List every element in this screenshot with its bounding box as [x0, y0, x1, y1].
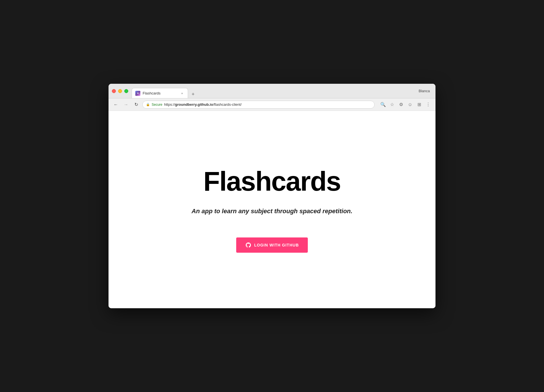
browser-window: ✦ Flashcards × + Blanca ← → ↻ 🔒 Secure	[109, 84, 435, 308]
new-tab-button[interactable]: +	[189, 90, 197, 98]
url-protocol: https://	[164, 102, 175, 107]
forward-button[interactable]: →	[122, 101, 130, 109]
login-button-label: LOGIN WITH GITHUB	[254, 243, 299, 247]
active-tab[interactable]: ✦ Flashcards ×	[132, 88, 188, 98]
star-icon: ☆	[390, 102, 394, 107]
nav-bar: ← → ↻ 🔒 Secure https://groundberry.githu…	[109, 98, 435, 111]
url-display: https://groundberry.github.io/flashcards…	[164, 102, 371, 107]
tab-title: Flashcards	[143, 91, 178, 95]
settings-button[interactable]: ⚙	[397, 101, 405, 109]
secure-text: Secure	[152, 103, 162, 107]
address-bar[interactable]: 🔒 Secure https://groundberry.github.io/f…	[142, 101, 375, 109]
menu-icon: ⋮	[426, 102, 430, 107]
page-content: Flashcards An app to learn any subject t…	[109, 111, 435, 308]
url-host: groundberry.github.io	[175, 102, 213, 107]
extensions-icon: ⊞	[417, 102, 421, 107]
minimize-button[interactable]	[118, 89, 122, 93]
tab-close-button[interactable]: ×	[180, 91, 184, 96]
traffic-lights	[112, 89, 128, 93]
profile-button[interactable]: ☺	[406, 101, 414, 109]
github-icon	[245, 242, 251, 248]
menu-button[interactable]: ⋮	[424, 101, 432, 109]
profile-icon: ☺	[408, 102, 412, 107]
search-button[interactable]: 🔍	[379, 101, 387, 109]
forward-icon: →	[124, 102, 128, 107]
extensions-button[interactable]: ⊞	[415, 101, 423, 109]
reload-icon: ↻	[134, 102, 138, 107]
close-button[interactable]	[112, 89, 116, 93]
maximize-button[interactable]	[124, 89, 128, 93]
search-icon: 🔍	[380, 102, 386, 107]
back-button[interactable]: ←	[112, 101, 120, 109]
reload-button[interactable]: ↻	[132, 101, 140, 109]
tab-favicon: ✦	[135, 91, 140, 96]
url-path: /flashcards-client/	[213, 102, 242, 107]
title-bar: ✦ Flashcards × + Blanca	[109, 84, 435, 98]
gear-icon: ⚙	[399, 102, 403, 107]
bookmark-button[interactable]: ☆	[388, 101, 396, 109]
back-icon: ←	[114, 102, 118, 107]
page-title: Flashcards	[204, 166, 341, 196]
nav-icons: 🔍 ☆ ⚙ ☺ ⊞ ⋮	[379, 101, 432, 109]
page-subtitle: An app to learn any subject through spac…	[192, 208, 353, 215]
login-with-github-button[interactable]: LOGIN WITH GITHUB	[236, 237, 308, 253]
user-name: Blanca	[419, 89, 432, 93]
tabs-area: ✦ Flashcards × +	[132, 84, 419, 98]
secure-icon: 🔒	[146, 103, 150, 106]
